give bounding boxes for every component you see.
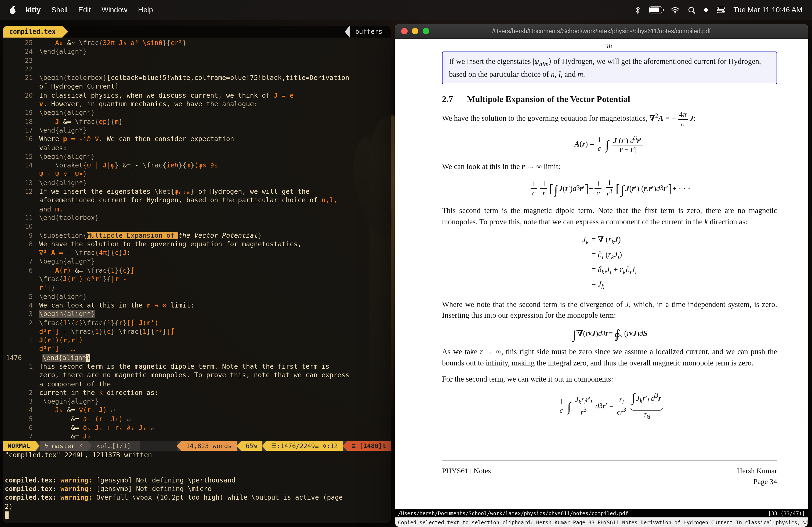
editor-line[interactable]: 16Where p = -iℏ ∇. We can then consider … — [3, 135, 391, 144]
editor-line[interactable]: of Hydrogen Current] — [3, 82, 391, 91]
editor-line[interactable]: 22 — [3, 65, 391, 74]
cursor: } — [86, 354, 90, 361]
editor-line[interactable]: 25 A₀ &~ \frac{32π J₀ a⁵ \sinθ}{cr²} — [3, 39, 391, 47]
token-hl: Multipole Expansion of — [87, 231, 178, 239]
line-text: We have the solution to the governing eq… — [39, 240, 391, 249]
wifi-icon[interactable] — [670, 7, 679, 13]
minimize-button[interactable] — [412, 28, 418, 34]
editor-line[interactable]: v. However, in quantum mechanics, we hav… — [3, 100, 391, 109]
editor-line[interactable]: zero, there are no magnetic monopoles. T… — [3, 371, 391, 380]
control-center-icon[interactable] — [716, 6, 725, 13]
editor-line[interactable]: d³r'] + … — [3, 345, 391, 353]
editor-line[interactable]: 11\end{tcolorbox} — [3, 214, 391, 223]
editor-line[interactable]: 4 Jₖ &= ∇(rₖ J) ↵ — [3, 406, 391, 415]
recording-dot-icon[interactable] — [704, 8, 708, 12]
apple-menu-icon[interactable] — [10, 6, 17, 14]
editor-line[interactable]: 20In classical physics, when we discuss … — [3, 91, 391, 100]
pdf-paragraph: This second term is the magnetic dipole … — [442, 205, 777, 227]
editor-line[interactable]: and m. — [3, 205, 391, 214]
bluetooth-icon[interactable] — [635, 6, 640, 14]
editor-line[interactable]: 4We can look at this in the r → ∞ limit: — [3, 301, 391, 310]
editor-line[interactable]: 17\end{align*} — [3, 126, 391, 135]
line-number: 6 — [3, 423, 39, 432]
editor-line[interactable]: 23 — [3, 56, 391, 65]
token-m: = e — [278, 92, 293, 99]
editor-line[interactable]: 18 J &= \frac{ep}{m} — [3, 117, 391, 126]
token-m: ∇(rₖ — [79, 407, 99, 414]
token-c: } — [123, 319, 127, 327]
tab-powerline-arrow-icon — [62, 26, 68, 37]
zoom-button[interactable] — [423, 28, 429, 34]
token-m: m — [115, 118, 119, 125]
editor-line[interactable]: values: — [3, 144, 391, 152]
line-text: \begin{tcolorbox}[colback=blue!5!white,c… — [39, 74, 391, 82]
tab-compiled-tex[interactable]: compiled.tex — [3, 26, 62, 37]
token-m: ( — [67, 275, 71, 283]
token-m: ieℏ — [166, 162, 178, 169]
menu-bar-clock[interactable]: Tue Mar 11 10:46 AM — [733, 6, 802, 14]
token-m: ') — [151, 319, 159, 327]
editor-line[interactable]: 1476\end{align*} — [3, 353, 391, 362]
line-number — [3, 196, 39, 205]
editor-line[interactable]: 1This second term is the magnetic dipole… — [3, 362, 391, 371]
editor-line[interactable]: 6 &= δₖᵢJᵢ + rₖ ∂ᵢ Jᵢ ↵ — [3, 423, 391, 432]
token-m: ) — [67, 267, 71, 274]
token-c: \end{tcolorbox} — [39, 214, 99, 222]
editor-line[interactable]: 5 &= ∂ᵢ (rₖ Jᵢ) ↵ — [3, 415, 391, 424]
editor-line[interactable]: 21\begin{tcolorbox}[colback=blue!5!white… — [3, 74, 391, 82]
token-t: [gensymb] Not defining \micro — [97, 485, 212, 493]
pdf-equation: 1c∫Jkrlr′lr3d3r′ = rlcr3∫Jkr′l d3r′Tkl — [442, 391, 777, 421]
token-t — [39, 118, 55, 125]
search-icon[interactable] — [688, 6, 695, 14]
editor-line[interactable]: 2\frac{1}{c}\frac{1}{r}[∫ J(r') — [3, 318, 391, 327]
editor-line[interactable]: 10 — [3, 222, 391, 231]
menu-item-edit[interactable]: Edit — [73, 6, 97, 14]
editor-line[interactable]: 5\end{align*} — [3, 292, 391, 301]
token-mb: r — [115, 275, 119, 283]
menu-item-window[interactable]: Window — [96, 6, 133, 14]
editor-line[interactable]: 3 \begin{align*} — [3, 397, 391, 406]
close-button[interactable] — [401, 28, 408, 34]
editor-line[interactable]: 7 &= Jₖ — [3, 432, 391, 441]
editor-line[interactable]: 14 \braket{ψ | J|ψ} &= - \frac{ieℏ}{m}(ψ… — [3, 161, 391, 170]
token-c: }{ — [103, 275, 111, 283]
pdf-title-bar[interactable]: /Users/hersh/Documents/School/work/latex… — [395, 24, 808, 39]
menu-item-shell[interactable]: Shell — [46, 6, 73, 14]
editor-line[interactable]: ∇² A = - \frac{4π}{c}J: — [3, 249, 391, 257]
buffers-label-wrap[interactable]: buffers — [345, 26, 391, 37]
token-m: c — [115, 249, 119, 257]
battery-icon[interactable] — [649, 6, 662, 13]
line-number: 3 — [3, 397, 39, 406]
editor-line[interactable]: r'|} — [3, 284, 391, 292]
pdf-section-title: Multipole Expansion of the Vector Potent… — [467, 93, 630, 105]
editor-line[interactable]: 8We have the solution to the governing e… — [3, 240, 391, 249]
editor-line[interactable]: d³r'] + \frac{1}{c} \frac{1}{r³}[∫ — [3, 327, 391, 336]
token-mb: A — [55, 267, 59, 274]
editor-line[interactable]: 13\end{align*} — [3, 179, 391, 187]
editor-line[interactable]: 1J(r')(r,r') — [3, 336, 391, 345]
token-c: \begin{align*} — [43, 398, 99, 405]
editor-line[interactable]: 15\begin{align*} — [3, 152, 391, 161]
token-b: compiled.tex: — [5, 476, 60, 484]
menu-item-help[interactable]: Help — [133, 6, 158, 14]
editor-buffer[interactable]: 25 A₀ &~ \frac{32π J₀ a⁵ \sinθ}{cr²}24\e… — [3, 37, 391, 441]
token-b: compiled.tex: — [5, 485, 60, 493]
editor-line[interactable]: aforementioned current for Hydrogen, bas… — [3, 196, 391, 205]
line-number — [3, 144, 39, 152]
editor-line[interactable]: ψ - ψ ∂ᵢ ψ×) — [3, 170, 391, 179]
editor-line[interactable]: 2current in the k direction as: — [3, 389, 391, 397]
token-m: ψ | — [87, 162, 103, 169]
token-c: }{ — [162, 39, 171, 47]
editor-line[interactable]: 9\subsection{Multipole Expansion of the … — [3, 231, 391, 240]
editor-line[interactable]: 24\end{align*} — [3, 47, 391, 56]
editor-line[interactable]: 7\begin{align*} — [3, 257, 391, 266]
menu-item-kitty[interactable]: kitty — [20, 6, 46, 14]
editor-line[interactable]: 6 A(r) &= \frac{1}{c}∫ — [3, 266, 391, 275]
status-segment: 65% — [241, 441, 262, 451]
editor-line[interactable]: a component of the — [3, 380, 391, 389]
editor-line[interactable]: 19\begin{align*} — [3, 109, 391, 118]
editor-line[interactable]: 12If we insert the eigenstates \ket{ψₙₗₘ… — [3, 187, 391, 196]
pdf-page[interactable]: m If we insert the eigenstates |ψnlm⟩ of… — [395, 39, 808, 509]
editor-line[interactable]: \frac{J(r') d³r'}{|r - — [3, 275, 391, 284]
editor-line[interactable]: 3\begin{align*} — [3, 310, 391, 318]
